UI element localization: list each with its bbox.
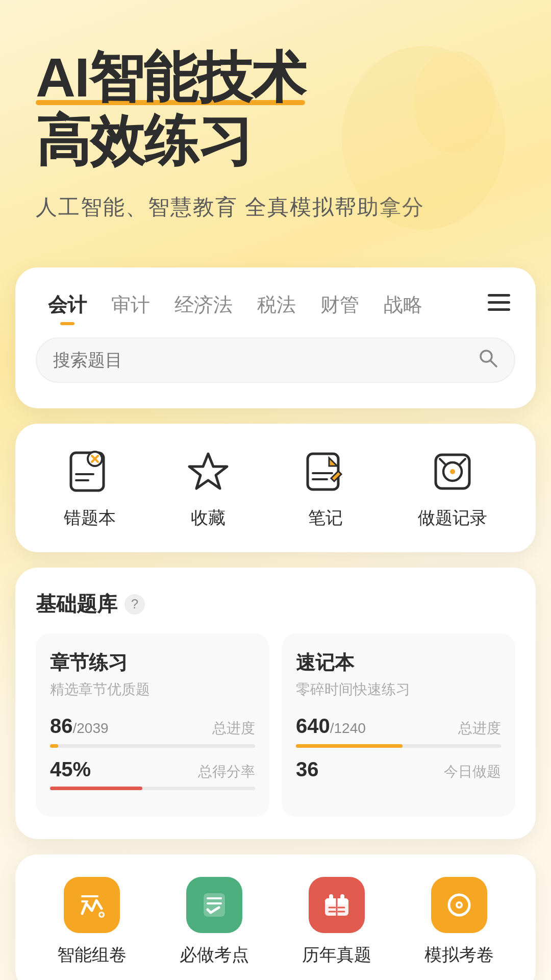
bottom-item-smart-compose[interactable]: 智能组卷 — [57, 877, 127, 967]
chapter-score-label: 总得分率 — [198, 762, 255, 781]
svg-point-19 — [450, 469, 455, 474]
chapter-practice-subtitle: 精选章节优质题 — [50, 680, 255, 699]
svg-rect-14 — [308, 454, 338, 489]
tab-strategy[interactable]: 战略 — [371, 288, 435, 322]
svg-point-1 — [413, 51, 495, 153]
hero-decoration — [337, 41, 510, 235]
chapter-progress-fill — [50, 744, 58, 748]
quick-actions-card: 错题本 收藏 笔记 — [15, 424, 536, 552]
bottom-label-mock-exam: 模拟考卷 — [424, 943, 494, 967]
svg-line-20 — [440, 459, 445, 464]
notes-progress-bar — [296, 744, 501, 748]
hero-section: AI智能技术 高效练习 人工智能、智慧教育 全真模拟帮助拿分 — [0, 0, 551, 242]
bottom-item-must-do[interactable]: 必做考点 — [180, 877, 249, 967]
bottom-item-past-exams[interactable]: 历年真题 — [302, 877, 371, 967]
quick-item-error-book[interactable]: 错题本 — [64, 446, 116, 530]
quick-item-notes[interactable]: 笔记 — [300, 446, 351, 530]
quick-notes-title: 速记本 — [296, 650, 501, 676]
error-book-icon — [64, 446, 115, 497]
quick-item-history[interactable]: 做题记录 — [418, 446, 487, 530]
tab-accounting[interactable]: 会计 — [36, 288, 99, 322]
library-section: 基础题库 ? 章节练习 精选章节优质题 86/2039 总进度 45% 总得分率 — [15, 568, 536, 839]
tab-navigation: 会计 审计 经济法 税法 财管 战略 — [36, 288, 515, 322]
notes-progress-main: 640/1240 — [296, 715, 366, 738]
tab-menu-icon[interactable] — [483, 290, 515, 320]
svg-line-6 — [490, 360, 496, 366]
library-cards: 章节练习 精选章节优质题 86/2039 总进度 45% 总得分率 速记本 零碎 — [36, 633, 515, 817]
notes-today-row: 36 今日做题 — [296, 758, 501, 781]
quick-label-error-book: 错题本 — [64, 506, 116, 530]
chapter-progress-label: 总进度 — [212, 719, 255, 738]
search-icon — [478, 348, 498, 373]
past-exams-icon — [309, 877, 365, 933]
notes-icon — [300, 446, 351, 497]
notes-today-label: 今日做题 — [444, 762, 501, 781]
chapter-score-row: 45% 总得分率 — [50, 758, 255, 781]
chapter-progress-main: 86/2039 — [50, 715, 109, 738]
quick-label-notes: 笔记 — [308, 506, 343, 530]
bottom-actions-card: 智能组卷 必做考点 — [15, 854, 536, 980]
hero-title-line1: AI智能技术 — [36, 46, 305, 109]
chapter-score-fill — [50, 787, 142, 790]
svg-marker-13 — [189, 454, 227, 488]
bottom-label-past-exams: 历年真题 — [302, 943, 371, 967]
history-icon — [427, 446, 478, 497]
chapter-score-bar — [50, 787, 255, 790]
svg-line-21 — [460, 459, 465, 464]
tab-economic-law[interactable]: 经济法 — [162, 288, 245, 322]
notes-progress-fill — [296, 744, 403, 748]
favorites-icon — [183, 446, 234, 497]
svg-rect-34 — [340, 894, 344, 902]
chapter-progress-bar — [50, 744, 255, 748]
must-do-icon — [186, 877, 242, 933]
mock-exam-icon — [431, 877, 487, 933]
bottom-label-smart-compose: 智能组卷 — [57, 943, 127, 967]
chapter-score-pct: 45% — [50, 758, 91, 781]
tab-tax-law[interactable]: 税法 — [245, 288, 308, 322]
svg-rect-27 — [204, 893, 225, 917]
svg-rect-2 — [488, 294, 510, 297]
chapter-practice-title: 章节练习 — [50, 650, 255, 676]
notes-progress-row: 640/1240 总进度 — [296, 715, 501, 738]
svg-point-41 — [458, 903, 461, 906]
svg-rect-4 — [488, 308, 510, 311]
svg-rect-3 — [488, 301, 510, 304]
tab-finance[interactable]: 财管 — [308, 288, 371, 322]
tab-audit[interactable]: 审计 — [99, 288, 162, 322]
hero-title-line2: 高效练习 — [36, 110, 252, 172]
quick-label-history: 做题记录 — [418, 506, 487, 530]
library-header: 基础题库 ? — [36, 590, 515, 618]
library-help-icon[interactable]: ? — [124, 594, 145, 615]
chapter-progress-row: 86/2039 总进度 — [50, 715, 255, 738]
quick-notes-card[interactable]: 速记本 零碎时间快速练习 640/1240 总进度 36 今日做题 — [282, 633, 515, 817]
library-title: 基础题库 — [36, 590, 117, 618]
quick-item-favorites[interactable]: 收藏 — [183, 446, 234, 530]
chapter-practice-card[interactable]: 章节练习 精选章节优质题 86/2039 总进度 45% 总得分率 — [36, 633, 269, 817]
quick-notes-subtitle: 零碎时间快速练习 — [296, 680, 501, 699]
subject-card: 会计 审计 经济法 税法 财管 战略 — [15, 267, 536, 408]
quick-label-favorites: 收藏 — [191, 506, 226, 530]
svg-rect-33 — [329, 894, 333, 902]
search-bar[interactable] — [36, 337, 515, 383]
smart-compose-icon — [64, 877, 120, 933]
notes-today-count: 36 — [296, 758, 319, 781]
bottom-label-must-do: 必做考点 — [180, 943, 249, 967]
notes-progress-label: 总进度 — [458, 719, 501, 738]
bottom-item-mock-exam[interactable]: 模拟考卷 — [424, 877, 494, 967]
search-input[interactable] — [53, 350, 478, 370]
